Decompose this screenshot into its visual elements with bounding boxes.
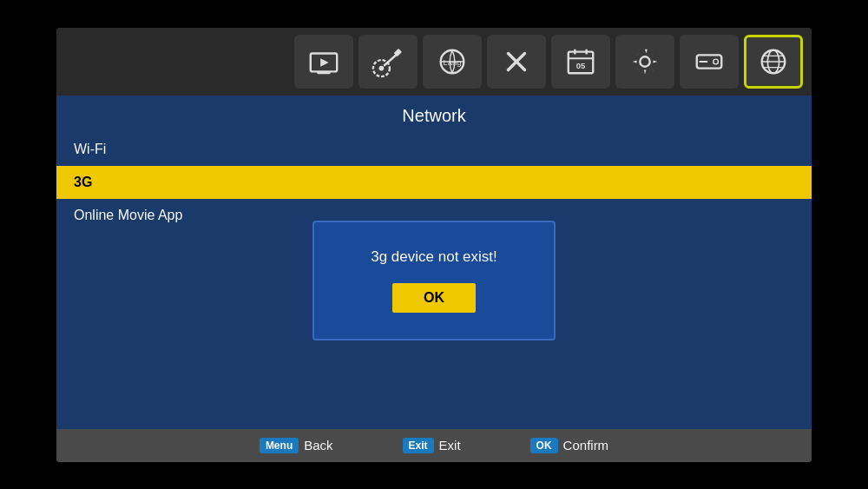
exit-label: Exit — [439, 438, 461, 453]
bottom-bar: Menu Back Exit Exit OK Confirm — [56, 429, 812, 462]
nav-icon-language[interactable]: Lang — [423, 35, 482, 89]
ok-badge: OK — [530, 438, 558, 453]
dialog-ok-button[interactable]: OK — [392, 283, 476, 313]
bottom-key-exit: Exit Exit — [403, 438, 461, 453]
nav-icon-settings[interactable] — [615, 35, 674, 89]
svg-point-17 — [640, 56, 649, 66]
nav-icon-storage[interactable] — [680, 35, 739, 89]
ok-label: Confirm — [563, 438, 609, 453]
svg-text:05: 05 — [576, 60, 586, 69]
exit-badge: Exit — [403, 438, 434, 453]
bottom-key-ok: OK Confirm — [530, 438, 609, 453]
section-title: Network — [56, 96, 812, 133]
dialog-box: 3g device not exist! OK — [312, 221, 556, 340]
nav-icon-network[interactable] — [744, 35, 803, 89]
screen: Lang 05 — [56, 28, 812, 462]
dialog-overlay: 3g device not exist! OK — [56, 133, 812, 429]
svg-rect-1 — [317, 71, 330, 74]
content-area: Network Wi-Fi 3G Online Movie App 3g dev… — [56, 96, 812, 429]
svg-point-4 — [379, 65, 385, 70]
svg-marker-2 — [320, 58, 329, 67]
bottom-key-menu: Menu Back — [260, 438, 333, 453]
nav-icon-tools[interactable] — [487, 35, 546, 89]
menu-area: Wi-Fi 3G Online Movie App 3g device not … — [56, 133, 812, 429]
nav-icon-schedule[interactable]: 05 — [551, 35, 610, 89]
dialog-message: 3g device not exist! — [371, 248, 497, 266]
svg-text:Lang: Lang — [443, 56, 461, 66]
menu-badge: Menu — [260, 438, 299, 453]
nav-icon-tv[interactable] — [294, 35, 353, 89]
menu-label: Back — [304, 438, 332, 453]
nav-icon-satellite[interactable] — [358, 35, 418, 89]
top-nav: Lang 05 — [56, 28, 812, 96]
svg-line-5 — [384, 53, 398, 65]
svg-point-19 — [713, 59, 719, 64]
